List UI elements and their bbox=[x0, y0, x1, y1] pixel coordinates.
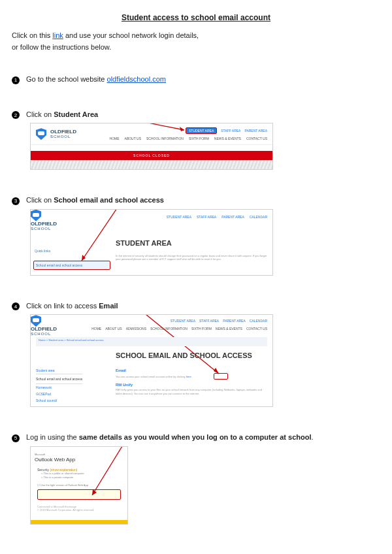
nav-link[interactable]: NEWS & EVENTS bbox=[214, 137, 241, 140]
owa-accent-bar bbox=[31, 520, 127, 524]
nav-link[interactable]: ABOUT US bbox=[105, 327, 122, 331]
nav-link[interactable]: PARENT AREA bbox=[221, 215, 244, 219]
nav-link[interactable]: CALENDAR bbox=[250, 319, 267, 323]
email-heading: Email bbox=[116, 368, 126, 372]
nav-link[interactable]: STUDENT AREA bbox=[167, 215, 191, 219]
student-area-button[interactable]: STUDENT AREA bbox=[186, 127, 217, 134]
nav-link[interactable]: PARENT AREA bbox=[244, 129, 267, 133]
step-5-text: Log in using the same details as you wou… bbox=[26, 433, 314, 441]
step-2: 2 Click on Student Area bbox=[12, 110, 380, 120]
bullet-icon: 1 bbox=[12, 76, 20, 84]
hero-image bbox=[31, 160, 272, 169]
breadcrumb: Home > Student area > School email and s… bbox=[36, 337, 267, 346]
intro-link[interactable]: link bbox=[52, 31, 63, 39]
svg-marker-3 bbox=[82, 255, 86, 261]
sidebar-item-selected[interactable]: School email and school access bbox=[36, 374, 82, 384]
bullet-icon: 3 bbox=[12, 197, 20, 205]
rmunify-heading: RM Unify bbox=[116, 383, 133, 387]
screenshot-step-3: OLDFIELDSCHOOL STUDENT AREA STAFF AREA P… bbox=[30, 209, 273, 276]
intro-text-1a: Click on this bbox=[12, 31, 52, 39]
nav-link[interactable]: PARENT AREA bbox=[223, 319, 246, 323]
owa-title: MicrosoftOutlook Web App bbox=[35, 451, 123, 463]
step-5: 5 Log in using the same details as you w… bbox=[12, 433, 380, 442]
step-4-text: Click on link to access Email bbox=[26, 302, 118, 310]
step-3-text: Click on School email and school access bbox=[26, 196, 164, 204]
nav-link[interactable]: ABOUT US bbox=[125, 137, 141, 140]
bullet-icon: 2 bbox=[12, 111, 20, 119]
nav-link[interactable]: HOME bbox=[91, 327, 101, 331]
page-title: Student access to school email account bbox=[12, 13, 380, 22]
bullet-icon: 4 bbox=[12, 302, 20, 310]
screenshot-step-5: MicrosoftOutlook Web App Security (show … bbox=[30, 446, 128, 525]
nav-link[interactable]: NEWS & EVENTS bbox=[216, 327, 242, 331]
sidebar: Student area School email and school acc… bbox=[36, 367, 82, 404]
nav-link[interactable]: STAFF AREA bbox=[197, 215, 216, 219]
step-3: 3 Click on School email and school acces… bbox=[12, 196, 380, 205]
nav-link[interactable]: CALENDAR bbox=[250, 215, 267, 219]
sidebar-item[interactable]: Homework bbox=[36, 384, 82, 391]
brand-name: OLDFIELDSCHOOL bbox=[31, 221, 272, 231]
login-input[interactable] bbox=[37, 489, 121, 500]
radio-private[interactable]: ○ This is a private computer bbox=[41, 476, 123, 480]
body-text: In the interest of security all students… bbox=[116, 254, 267, 261]
nav-link[interactable]: SCHOOL INFORMATION bbox=[150, 327, 188, 331]
school-shield-icon bbox=[31, 315, 41, 327]
school-shield-icon bbox=[31, 210, 41, 221]
sidebar-link[interactable]: Quick links bbox=[35, 249, 50, 253]
screenshot-step-4: OLDFIELDSCHOOL STUDENT AREA STAFF AREA P… bbox=[30, 314, 273, 407]
owa-footer: Connected to Microsoft Exchange© 2010 Mi… bbox=[37, 505, 123, 512]
step-1-text: Go to the school website oldfieldschool.… bbox=[26, 75, 166, 83]
alert-bar: SCHOOL CLOSED bbox=[31, 151, 272, 160]
checkbox-light-version[interactable]: ☐ Use the light version of Outlook Web A… bbox=[37, 483, 123, 487]
nav-link[interactable]: STAFF AREA bbox=[221, 129, 240, 133]
screenshot-step-2: OLDFIELDSCHOOL STUDENT AREA STAFF AREA P… bbox=[30, 123, 273, 170]
nav-link[interactable]: CONTACT US bbox=[246, 137, 267, 140]
nav-link[interactable]: HOME bbox=[110, 137, 120, 140]
step-1: 1 Go to the school website oldfieldschoo… bbox=[12, 75, 380, 84]
bullet-icon: 5 bbox=[12, 434, 20, 442]
brand-name: OLDFIELDSCHOOL bbox=[50, 129, 76, 138]
school-shield-icon bbox=[36, 128, 46, 140]
intro-text-2: or follow the instructions below. bbox=[12, 43, 111, 51]
intro-text-1b: and use your school network login detail… bbox=[63, 31, 199, 39]
page-heading: SCHOOL EMAIL AND SCHOOL ACCESS bbox=[116, 351, 252, 359]
step-2-text: Click on Student Area bbox=[26, 110, 98, 118]
sidebar-item[interactable]: Student area bbox=[36, 367, 82, 374]
rmunify-text: RM Unify gives you access to your files … bbox=[116, 388, 267, 395]
intro-block: Click on this link and use your school n… bbox=[12, 30, 380, 53]
nav-link[interactable]: ADMISSIONS bbox=[126, 327, 146, 331]
nav-link[interactable]: SCHOOL INFORMATION bbox=[146, 137, 184, 140]
email-here-link[interactable] bbox=[214, 373, 228, 380]
school-email-sidebar-link[interactable]: School email and school access bbox=[33, 261, 110, 270]
page-heading: STUDENT AREA bbox=[116, 239, 172, 247]
sidebar-item[interactable]: School council bbox=[36, 397, 82, 404]
step-4: 4 Click on link to access Email bbox=[12, 302, 380, 311]
school-website-link[interactable]: oldfieldschool.com bbox=[107, 75, 167, 83]
email-text: You can access your school email account… bbox=[116, 375, 191, 378]
nav-link[interactable]: CONTACT US bbox=[246, 327, 267, 331]
nav-link[interactable]: STUDENT AREA bbox=[171, 319, 195, 323]
nav-link[interactable]: SIXTH FORM bbox=[191, 327, 212, 331]
nav-link[interactable]: SIXTH FORM bbox=[189, 137, 209, 140]
nav-link[interactable]: STAFF AREA bbox=[199, 319, 219, 323]
sidebar-item[interactable]: GCSEPod bbox=[36, 391, 82, 397]
